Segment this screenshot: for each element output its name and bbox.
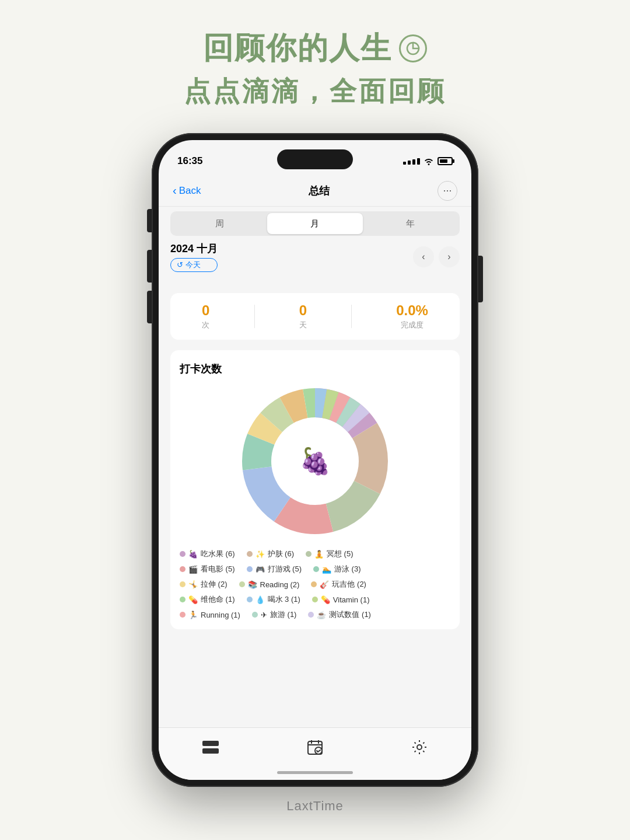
home-indicator [277, 771, 353, 774]
legend-row-2: 🎬 看电影 (5) 🎮 打游戏 (5) 🏊 游泳 (3) [180, 564, 450, 574]
ellipsis-icon: ··· [443, 184, 452, 197]
svg-point-23 [417, 745, 422, 750]
battery-icon [438, 157, 453, 165]
legend-row-1: 🍇 吃水果 (6) ✨ 护肤 (6) 🧘 冥想 (5) [180, 549, 450, 559]
volume-down-button [147, 291, 152, 323]
legend-dot [180, 566, 186, 572]
legend-item-swim: 🏊 游泳 (3) [313, 564, 361, 574]
legend-dot [239, 581, 245, 587]
legend-dot [247, 597, 253, 602]
legend-item-stretch: 🤸 拉伸 (2) [180, 579, 228, 590]
chart-legend: 🍇 吃水果 (6) ✨ 护肤 (6) 🧘 冥想 (5) [180, 549, 450, 620]
svg-rect-17 [202, 748, 219, 754]
legend-item-running: 🏃 Running (1) [180, 611, 240, 619]
phone-frame: 16:35 [152, 133, 478, 787]
legend-item-water: 💧 喝水 3 (1) [247, 594, 300, 605]
stat-completion-label: 完成度 [396, 320, 428, 330]
legend-item-meditation: 🧘 冥想 (5) [306, 549, 354, 559]
today-badge[interactable]: ↺ 今天 [170, 258, 218, 272]
header-section: 回顾你的人生 点点滴滴，全面回顾 [184, 28, 446, 110]
dynamic-island [277, 149, 353, 169]
next-arrow-button[interactable]: › [439, 246, 460, 267]
date-row: 2024 十月 ↺ 今天 ‹ › [170, 242, 460, 272]
date-text: 2024 十月 [170, 242, 218, 256]
chart-section: 打卡次数 [170, 350, 460, 629]
legend-dot [247, 551, 253, 557]
today-label: ↺ 今天 [177, 260, 201, 270]
legend-dot [313, 566, 319, 572]
segment-week[interactable]: 周 [172, 213, 267, 234]
donut-wrapper: 🍇 [239, 385, 391, 537]
stat-days: 0 天 [299, 302, 307, 330]
legend-item-reading: 📚 Reading (2) [239, 580, 300, 589]
legend-row-5: 🏃 Running (1) ✈ 旅游 (1) ☕ 测试数值 (1) [180, 609, 450, 620]
phone-mockup: 16:35 [152, 133, 478, 787]
legend-dot [180, 551, 186, 557]
legend-item-test: ☕ 测试数值 (1) [308, 609, 371, 620]
subtitle-text: 点点滴滴，全面回顾 [184, 74, 446, 110]
legend-item-skincare: ✨ 护肤 (6) [247, 549, 295, 559]
legend-dot [312, 597, 318, 602]
legend-row-3: 🤸 拉伸 (2) 📚 Reading (2) 🎸 玩吉他 (2) [180, 579, 450, 590]
tab-settings[interactable] [411, 739, 428, 755]
legend-dot [180, 597, 186, 602]
prev-arrow-button[interactable]: ‹ [413, 246, 434, 267]
stat-times-label: 次 [202, 320, 209, 330]
main-title: 回顾你的人生 [184, 28, 446, 69]
legend-dot [308, 612, 314, 618]
segment-month[interactable]: 月 [267, 213, 362, 234]
power-button [478, 256, 483, 302]
legend-item-fruit: 🍇 吃水果 (6) [180, 549, 235, 559]
donut-chart-container: 🍇 [180, 385, 450, 537]
chevron-left-icon: ‹ [422, 252, 425, 262]
legend-item-travel: ✈ 旅游 (1) [252, 609, 297, 620]
stat-completion-value: 0.0% [396, 302, 428, 319]
stat-times: 0 次 [202, 302, 209, 330]
legend-dot [311, 581, 317, 587]
phone-screen: 16:35 [159, 140, 471, 780]
stat-days-label: 天 [299, 320, 307, 330]
stat-times-value: 0 [202, 302, 209, 319]
stats-row: 0 次 0 天 0.0% 完成度 [170, 293, 460, 340]
legend-dot [306, 551, 312, 557]
legend-item-gaming: 🎮 打游戏 (5) [247, 564, 302, 574]
title-text: 回顾你的人生 [203, 28, 392, 69]
legend-row-4: 💊 维他命 (1) 💧 喝水 3 (1) 💊 Vitamin (1) [180, 594, 450, 605]
tab-calendar[interactable] [307, 739, 323, 755]
signal-icon [403, 158, 420, 165]
wifi-icon [424, 157, 434, 165]
more-button[interactable]: ··· [438, 181, 457, 201]
svg-point-22 [315, 747, 322, 754]
volume-up-button [147, 250, 152, 283]
tab-list[interactable] [202, 741, 219, 754]
status-time: 16:35 [177, 155, 202, 167]
date-info: 2024 十月 ↺ 今天 [170, 242, 218, 272]
back-label: Back [179, 185, 201, 197]
segment-control[interactable]: 周 月 年 [170, 211, 460, 236]
back-button[interactable]: ‹ Back [173, 184, 201, 197]
segment-year[interactable]: 年 [363, 213, 458, 234]
legend-dot [180, 581, 186, 587]
legend-dot [247, 566, 253, 572]
silent-button [147, 209, 152, 232]
date-navigation[interactable]: ‹ › [413, 246, 460, 267]
pie-chart-icon [399, 34, 427, 62]
stat-completion: 0.0% 完成度 [396, 302, 428, 330]
donut-center-emoji: 🍇 [299, 446, 331, 476]
svg-rect-16 [202, 741, 219, 746]
legend-item-guitar: 🎸 玩吉他 (2) [311, 579, 366, 590]
legend-item-vitamin2: 💊 Vitamin (1) [312, 595, 370, 604]
legend-item-movie: 🎬 看电影 (5) [180, 564, 235, 574]
legend-dot [180, 612, 186, 618]
status-icons [403, 157, 453, 165]
navigation-bar: ‹ Back 总结 ··· [159, 175, 471, 207]
app-name: LaxtTime [286, 799, 344, 814]
stat-days-value: 0 [299, 302, 307, 319]
nav-title: 总结 [309, 184, 330, 198]
legend-item-vitamin: 💊 维他命 (1) [180, 594, 235, 605]
chart-title: 打卡次数 [180, 362, 450, 376]
chevron-right-icon: › [447, 252, 450, 262]
legend-dot [252, 612, 258, 618]
